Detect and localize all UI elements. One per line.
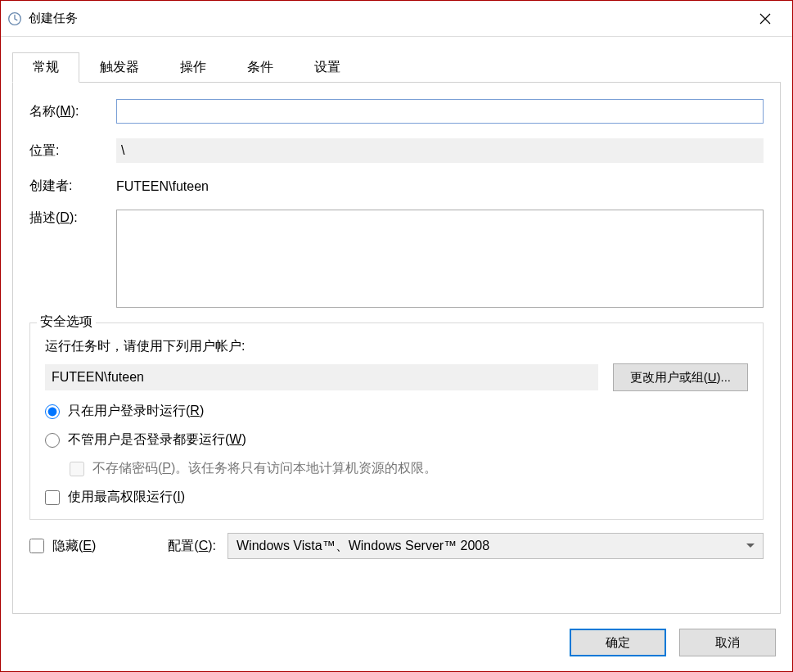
cancel-button[interactable]: 取消 [679, 629, 776, 656]
run-when-logged-on-radio[interactable]: 只在用户登录时运行(R) [45, 403, 748, 420]
name-label: 名称(M): [29, 103, 116, 120]
no-store-password-check: 不存储密码(P)。该任务将只有访问本地计算机资源的权限。 [70, 460, 748, 477]
window-title: 创建任务 [29, 11, 78, 26]
description-label: 描述(D): [29, 210, 116, 227]
titlebar: 创建任务 [1, 1, 792, 37]
change-user-button[interactable]: 更改用户或组(U)... [613, 363, 748, 391]
close-button[interactable] [746, 6, 784, 32]
security-options-group: 安全选项 运行任务时，请使用下列用户帐户: FUTEEN\futeen 更改用户… [29, 322, 764, 520]
location-value: \ [116, 138, 764, 163]
tab-general[interactable]: 常规 [12, 52, 79, 83]
tab-strip: 常规 触发器 操作 条件 设置 [12, 52, 781, 83]
creator-value: FUTEEN\futeen [116, 179, 209, 194]
clock-icon [7, 11, 22, 26]
security-legend: 安全选项 [37, 313, 96, 331]
account-label: 运行任务时，请使用下列用户帐户: [45, 338, 748, 355]
name-input[interactable] [116, 99, 764, 124]
tab-settings[interactable]: 设置 [294, 52, 361, 83]
close-icon [759, 13, 771, 25]
ok-button[interactable]: 确定 [570, 629, 666, 656]
tab-actions[interactable]: 操作 [160, 52, 227, 83]
radio-logged-on[interactable] [45, 404, 60, 419]
configure-select[interactable]: Windows Vista™、Windows Server™ 2008 [228, 533, 764, 559]
creator-label: 创建者: [29, 178, 116, 195]
hidden-check[interactable]: 隐藏(E) [29, 538, 96, 555]
configure-label: 配置(C): [168, 538, 216, 555]
checkbox-no-password [70, 462, 84, 476]
checkbox-highest-priv[interactable] [45, 490, 60, 505]
radio-whether-logged[interactable] [45, 433, 60, 448]
account-value: FUTEEN\futeen [45, 364, 598, 390]
run-whether-logged-on-radio[interactable]: 不管用户是否登录都要运行(W) [45, 431, 748, 449]
tab-conditions[interactable]: 条件 [227, 52, 294, 83]
description-input[interactable] [116, 210, 764, 308]
configure-select-value: Windows Vista™、Windows Server™ 2008 [237, 538, 489, 555]
checkbox-hidden[interactable] [29, 539, 44, 553]
highest-privileges-check[interactable]: 使用最高权限运行(I) [45, 489, 748, 506]
tab-panel-general: 名称(M): 位置: \ 创建者: FUTEEN\futeen 描述(D): 安… [12, 83, 781, 614]
tab-triggers[interactable]: 触发器 [79, 52, 160, 83]
create-task-dialog: 创建任务 常规 触发器 操作 条件 设置 名称(M): 位置: \ 创建者: [0, 0, 793, 672]
location-label: 位置: [29, 142, 116, 160]
dialog-button-row: 确定 取消 [1, 614, 792, 671]
